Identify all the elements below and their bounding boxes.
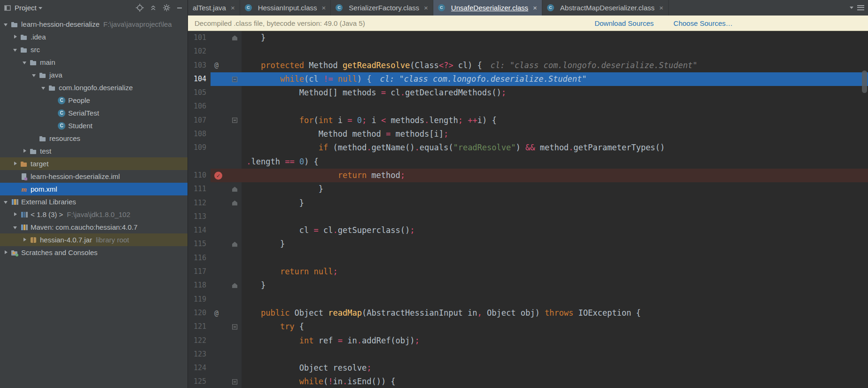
tree-item-learn-hession-deserialize[interactable]: learn-hession-deserializeF:\java\javapro… bbox=[0, 18, 188, 31]
tree-item-resources[interactable]: resources bbox=[0, 132, 188, 145]
tab-close-icon[interactable]: × bbox=[322, 4, 326, 12]
folder-icon bbox=[30, 59, 37, 66]
hide-panel-icon[interactable] bbox=[176, 4, 183, 12]
tab-close-icon[interactable]: × bbox=[533, 4, 537, 12]
fold-end-icon[interactable] bbox=[232, 283, 237, 288]
gutter bbox=[211, 375, 242, 388]
tab-list-chevron-icon[interactable] bbox=[850, 7, 853, 9]
fold-collapse-icon[interactable] bbox=[232, 380, 237, 385]
editor-tab-hessianinput-class[interactable]: CHessianInput.class× bbox=[240, 0, 331, 16]
gutter bbox=[211, 100, 242, 113]
expander-open-icon[interactable] bbox=[40, 85, 47, 91]
chevron-down-icon[interactable] bbox=[39, 7, 42, 9]
code-text: cl = cl.getSuperclass(); bbox=[242, 224, 868, 237]
expander-open-icon[interactable] bbox=[22, 59, 28, 66]
expander-open-icon[interactable] bbox=[31, 72, 38, 78]
editor-tab-serializerfactory-class[interactable]: CSerializerFactory.class× bbox=[331, 0, 433, 16]
tab-close-icon[interactable]: × bbox=[659, 4, 664, 12]
tree-item-scratches-and-consoles[interactable]: Scratches and Consoles bbox=[0, 246, 188, 259]
line-number: 106 bbox=[188, 100, 211, 113]
code-text: } bbox=[242, 196, 868, 210]
jar-icon bbox=[30, 236, 37, 244]
tree-item-src[interactable]: src bbox=[0, 43, 188, 56]
expander-closed-icon[interactable] bbox=[22, 237, 28, 243]
tab-close-icon[interactable]: × bbox=[231, 4, 235, 12]
fold-collapse-icon[interactable] bbox=[232, 118, 237, 123]
expander-open-icon[interactable] bbox=[12, 47, 19, 53]
tree-item-main[interactable]: main bbox=[0, 56, 188, 69]
fold-collapse-icon[interactable] bbox=[232, 324, 237, 329]
code-line: 109 if (method.getName().equals("readRes… bbox=[188, 141, 868, 155]
gutter bbox=[211, 279, 242, 292]
tree-item-1-8-3[interactable]: < 1.8 (3) >F:\java\jdk1.8.0_102 bbox=[0, 208, 188, 221]
tree-item-people[interactable]: CPeople bbox=[0, 94, 188, 107]
expander-closed-icon[interactable] bbox=[3, 249, 9, 256]
library-icon bbox=[11, 198, 18, 206]
tree-item-student[interactable]: CStudent bbox=[0, 119, 188, 132]
tree-item-learn-hession-deserialize-iml[interactable]: learn-hession-deserialize.iml bbox=[0, 170, 188, 183]
tree-item-java[interactable]: java bbox=[0, 69, 188, 81]
editor-tab-unsafedeserializer-class[interactable]: CUnsafeDeserializer.class× bbox=[433, 0, 542, 16]
line-number: 115 bbox=[188, 237, 211, 251]
code-line: 103@ protected Method getReadResolve(Cla… bbox=[188, 59, 868, 72]
folder-icon bbox=[11, 21, 18, 28]
download-sources-link[interactable]: Download Sources bbox=[594, 19, 654, 27]
tree-item-label: src bbox=[31, 46, 40, 54]
expander-closed-icon[interactable] bbox=[12, 211, 19, 218]
gutter bbox=[211, 361, 242, 375]
tree-item-hessian-4-0-7-jar[interactable]: hessian-4.0.7.jarlibrary root bbox=[0, 233, 188, 246]
editor-area: alTest.java×CHessianInput.class×CSeriali… bbox=[188, 0, 868, 388]
fold-end-icon[interactable] bbox=[232, 35, 237, 40]
editor-scrollbar[interactable] bbox=[862, 70, 867, 93]
project-panel-header: Project bbox=[0, 0, 188, 16]
override-marker-icon[interactable]: @ bbox=[214, 61, 219, 70]
tab-close-icon[interactable]: × bbox=[424, 4, 428, 12]
line-number: 111 bbox=[188, 182, 211, 196]
breakpoint-icon[interactable]: ✓ bbox=[214, 171, 222, 179]
tree-item-com-longofo-deserialize[interactable]: com.longofo.deserialize bbox=[0, 81, 188, 94]
fold-end-icon[interactable] bbox=[232, 186, 237, 192]
project-panel-title[interactable]: Project bbox=[15, 4, 37, 12]
tree-item-serialtest[interactable]: CSerialTest bbox=[0, 107, 188, 119]
fold-end-icon[interactable] bbox=[232, 201, 237, 206]
expander-open-icon[interactable] bbox=[3, 199, 9, 205]
code-text: try { bbox=[242, 320, 868, 334]
gutter: @ bbox=[211, 306, 242, 320]
code-editor[interactable]: 101 }102103@ protected Method getReadRes… bbox=[188, 31, 868, 388]
expander-spacer bbox=[50, 110, 56, 116]
tree-item-idea[interactable]: .idea bbox=[0, 31, 188, 43]
editor-tab-altest-java[interactable]: alTest.java× bbox=[188, 0, 240, 16]
tree-item-label: Student bbox=[68, 122, 93, 130]
line-number: 125 bbox=[188, 375, 211, 388]
gutter bbox=[211, 45, 242, 58]
override-marker-icon[interactable]: @ bbox=[214, 309, 219, 318]
decompiler-banner: Decompiled .class file, bytecode version… bbox=[188, 16, 868, 31]
editor-menu-icon[interactable] bbox=[857, 5, 864, 10]
gutter bbox=[211, 224, 242, 237]
expander-spacer bbox=[50, 97, 56, 104]
expander-closed-icon[interactable] bbox=[12, 34, 19, 40]
code-text: while(cl != null) {cl: "class com.longof… bbox=[242, 72, 868, 86]
file-module-icon bbox=[20, 173, 28, 180]
fold-collapse-icon[interactable] bbox=[232, 77, 237, 82]
settings-gear-icon[interactable] bbox=[163, 4, 171, 12]
tree-item-target[interactable]: target bbox=[0, 157, 188, 170]
expander-open-icon[interactable] bbox=[12, 224, 19, 231]
editor-tab-abstractmapdeserializer-class[interactable]: CAbstractMapDeserializer.class× bbox=[542, 0, 669, 16]
expander-spacer bbox=[50, 123, 56, 129]
expander-closed-icon[interactable] bbox=[22, 148, 28, 155]
code-line: 125 while(!in.isEnd()) { bbox=[188, 375, 868, 388]
collapse-all-icon[interactable] bbox=[149, 4, 157, 12]
choose-sources-link[interactable]: Choose Sources… bbox=[673, 19, 733, 27]
expander-closed-icon[interactable] bbox=[12, 161, 19, 167]
fold-end-icon[interactable] bbox=[232, 242, 237, 247]
tree-item-pom-xml[interactable]: mpom.xml bbox=[0, 183, 188, 195]
tree-item-external-libraries[interactable]: External Libraries bbox=[0, 195, 188, 208]
line-number: 105 bbox=[188, 86, 211, 100]
line-number: 108 bbox=[188, 127, 211, 141]
tree-item-test[interactable]: test bbox=[0, 145, 188, 157]
locate-icon[interactable] bbox=[136, 4, 144, 12]
expander-open-icon[interactable] bbox=[3, 21, 9, 28]
code-text: if (method.getName().equals("readResolve… bbox=[242, 141, 868, 155]
tree-item-maven-com-caucho-hessian-4-0-7[interactable]: Maven: com.caucho:hessian:4.0.7 bbox=[0, 221, 188, 233]
